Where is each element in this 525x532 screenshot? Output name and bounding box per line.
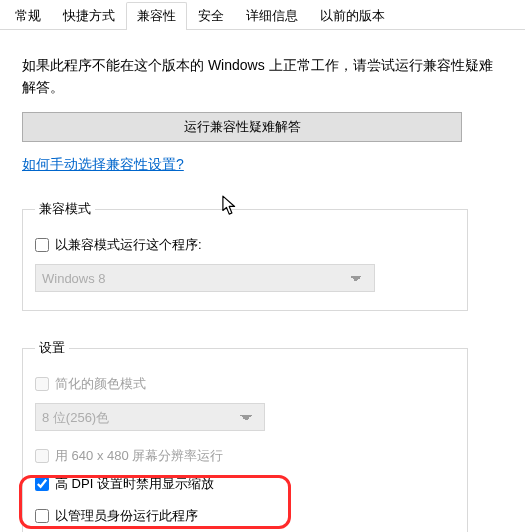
- tab-security[interactable]: 安全: [187, 2, 235, 30]
- run-troubleshooter-button[interactable]: 运行兼容性疑难解答: [22, 112, 462, 142]
- res640-label: 用 640 x 480 屏幕分辨率运行: [55, 447, 223, 465]
- compat-mode-select[interactable]: Windows 8: [35, 264, 375, 292]
- res640-checkbox[interactable]: [35, 449, 49, 463]
- tab-content: 如果此程序不能在这个版本的 Windows 上正常工作，请尝试运行兼容性疑难解答…: [0, 30, 525, 532]
- dpi-scaling-label: 高 DPI 设置时禁用显示缩放: [55, 475, 214, 493]
- tab-general[interactable]: 常规: [4, 2, 52, 30]
- tab-strip: 常规 快捷方式 兼容性 安全 详细信息 以前的版本: [0, 0, 525, 30]
- tab-details[interactable]: 详细信息: [235, 2, 309, 30]
- color-mode-select[interactable]: 8 位(256)色: [35, 403, 265, 431]
- settings-group: 设置 简化的颜色模式 8 位(256)色 用 640 x 480 屏幕分辨率运行…: [22, 339, 468, 532]
- compat-mode-group: 兼容模式 以兼容模式运行这个程序: Windows 8: [22, 200, 468, 311]
- reduced-color-checkbox[interactable]: [35, 377, 49, 391]
- compat-mode-checkbox[interactable]: [35, 238, 49, 252]
- description-text: 如果此程序不能在这个版本的 Windows 上正常工作，请尝试运行兼容性疑难解答…: [22, 54, 503, 98]
- manual-settings-link[interactable]: 如何手动选择兼容性设置?: [22, 156, 184, 174]
- tab-previous[interactable]: 以前的版本: [309, 2, 396, 30]
- reduced-color-label: 简化的颜色模式: [55, 375, 146, 393]
- compat-mode-legend: 兼容模式: [35, 200, 95, 218]
- run-as-admin-checkbox[interactable]: [35, 509, 49, 523]
- settings-legend: 设置: [35, 339, 69, 357]
- compat-mode-label: 以兼容模式运行这个程序:: [55, 236, 202, 254]
- tab-compatibility[interactable]: 兼容性: [126, 2, 187, 30]
- run-as-admin-label: 以管理员身份运行此程序: [55, 507, 198, 525]
- tab-shortcut[interactable]: 快捷方式: [52, 2, 126, 30]
- dpi-scaling-checkbox[interactable]: [35, 477, 49, 491]
